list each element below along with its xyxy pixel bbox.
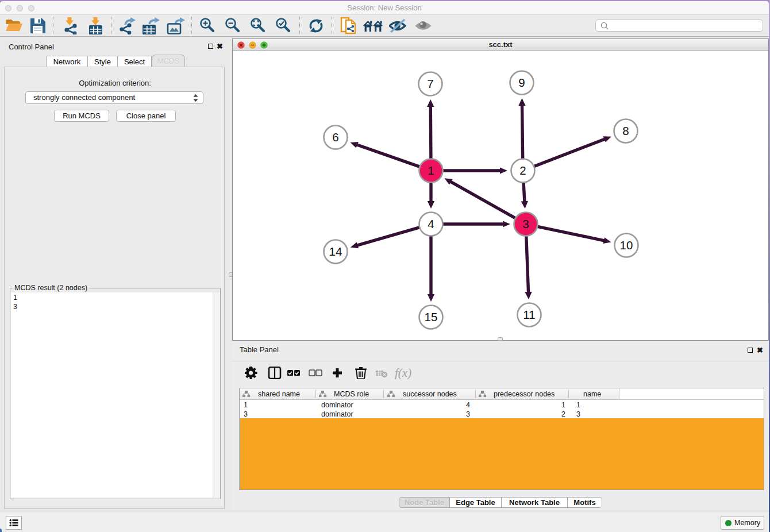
svg-text:3: 3 bbox=[522, 217, 529, 230]
svg-text:8: 8 bbox=[622, 124, 629, 137]
svg-text:f(x): f(x) bbox=[395, 367, 411, 379]
svg-text:15: 15 bbox=[425, 310, 438, 323]
svg-text:11: 11 bbox=[523, 308, 535, 321]
svg-text:6: 6 bbox=[332, 130, 338, 144]
svg-text:10: 10 bbox=[620, 238, 633, 252]
svg-text:1: 1 bbox=[428, 164, 434, 177]
svg-text:14: 14 bbox=[329, 245, 342, 258]
svg-text:4: 4 bbox=[428, 217, 434, 230]
svg-text:9: 9 bbox=[518, 76, 525, 89]
svg-text:2: 2 bbox=[519, 164, 526, 177]
svg-text:7: 7 bbox=[427, 77, 433, 90]
